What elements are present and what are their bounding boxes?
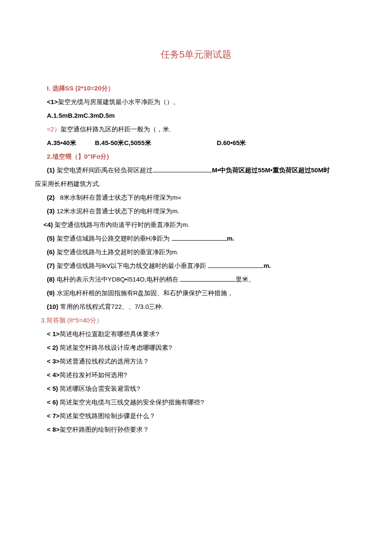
s2-q1-line1: (1) 架空电烫杆间距禹在轻负荷区超过M•中负荷区超过55M•重负荷区超过50M… [47, 165, 357, 175]
q-num: (2) [47, 194, 55, 201]
q-text: 电杆的表示方法中YD8Q•I514O,电杆的梢在 [57, 276, 179, 283]
section-2-header: 2.埴空甥（】0"IFo分) [47, 151, 357, 162]
s3-q6: < 6) 简述架空光电缆与三线交越的安全保护措施有哪些? [47, 397, 357, 407]
q-text: 12米水泥杆在普通士状态下的电杆埋深为m. [57, 207, 179, 215]
q-text: 简述普通拉线程式的选用方法？ [60, 357, 149, 365]
q-text: 架空通信线路与IkV以下电力线交越时的最小垂直净距 [57, 262, 207, 269]
s1-q2: <2）架空通信杆路九区的杆距一般为（，米. [47, 124, 357, 134]
blank-underline [153, 166, 212, 172]
q-text: 架空通信城路与公路交翅时的垂H净距为 [57, 235, 170, 242]
q-num: (5) [47, 235, 55, 242]
q-num: (3) [47, 207, 55, 215]
s3-q1: < 1>简述电杆位置勘定有哪些具体要求? [47, 329, 357, 339]
q-text: 常用的吊线程式育722、、7/3.0三种. [60, 303, 164, 310]
s3-q3: < 3>简述普通拉线程式的选用方法？ [47, 356, 357, 366]
s2-q5: (5) 架空通信城路与公路交翅时的垂H净距为 m. [47, 233, 357, 244]
q-num: < 7> [47, 412, 60, 419]
s2-q1-line2: 应采用长杆档建筑方式. [35, 179, 357, 189]
q-num: (10) [47, 303, 58, 310]
q-text: 8米水制杆在普通士状态下的电杆埋深为m« [60, 194, 181, 201]
q-text: 架空通信线路与土路交超时的垂宜净距为m. [57, 248, 179, 256]
s3-q7: < 7>简述架空线路图绘制步骤是什么？ [47, 411, 357, 421]
q-num: < 2) [47, 344, 58, 351]
s2-q2: (2) 8米水制杆在普通士状态下的电杆埋深为m« [47, 192, 357, 203]
page-title: 任务5单元测试题 [35, 47, 357, 62]
s1-q1: <1>架空光缆与房屋建筑最小水平净距为（）。 [47, 97, 357, 107]
q-text: 架空通信杆路九区的杆距一般为（，米. [61, 125, 171, 133]
q-text: 简述架空杆路吊线设计应考虑哪哪因素? [60, 344, 172, 351]
q-num: < 8> [47, 426, 60, 433]
q-num: < 6) [47, 398, 58, 406]
q-num: < 1> [47, 330, 60, 337]
s1-q2-opts: A.35•40米 B.45-50米C,5055米 D.60•65米 [47, 138, 357, 148]
s2-q10: (10) 常用的吊线程式育722、、7/3.0三种. [47, 302, 357, 312]
q-text: 简述电杆位置勘定有哪些具体要求? [60, 330, 159, 337]
section-3-header: 3.简答胭 (8*5=40分） [41, 315, 357, 325]
q-num: (1) [47, 166, 55, 174]
s2-q3: (3) 12米水泥杆在普通士状态下的电杆埋深为m. [47, 206, 357, 216]
opt-b: B.45-50米C,5055米 [95, 138, 151, 148]
q-text: 架空杆路图的绘制行孙些要求？ [60, 426, 149, 433]
q-num: (7) [47, 262, 55, 269]
q-text: 简述架空光电缆与三线交越的安全保护措施有哪些? [60, 398, 204, 406]
s3-q4: < 4>简述拉发衬环如何选用? [47, 370, 357, 380]
s3-q5: < 5) 简述哪区场合需安装避雷线? [47, 384, 357, 394]
opt-a: A.35•40米 [47, 138, 76, 148]
q-text: 水泥电杆杆根的加固指施有R盘加固、和石护康保护三种措施， [57, 289, 234, 296]
q-num: <4) [43, 221, 53, 228]
q-num: < 5) [47, 385, 58, 392]
q-text: 架空电烫杆间距禹在轻负荷区超过 [57, 166, 153, 174]
s2-q8: (8) 电杆的表示方法中YD8Q•I514O,电杆的梢在 里米。 [47, 274, 357, 285]
q-num: < 3> [47, 357, 60, 365]
q-text2: M•中负荷区超过55M•重负荷区超过50M时 [212, 166, 330, 174]
opt-d: D.60•65米 [217, 138, 246, 148]
blank-underline [172, 234, 227, 241]
s1-q1-opts: A.1.5mB.2mC.3mD.5m [47, 110, 357, 121]
section-1-header: I. 选择SS (2*10=20分） [47, 83, 357, 93]
q-text: 简述拉发衬环如何选用? [60, 371, 127, 378]
s3-q8: < 8>架空杆路图的绘制行孙些要求？ [47, 424, 357, 435]
q-text: 简述架空线路图绘制步骤是什么？ [60, 412, 156, 419]
q-text2: m. [227, 235, 235, 242]
q-num: (9) [47, 289, 55, 296]
s3-q2: < 2) 简述架空杆路吊线设计应考虑哪哪因素? [47, 343, 357, 353]
q-num: <2） [47, 125, 61, 133]
q-text: 架空通信线路与市内街道平行时的垂直净距为m. [55, 221, 190, 228]
q-text2: 里米。 [236, 276, 255, 283]
q-num: (8) [47, 276, 55, 283]
s2-q9: (9) 水泥电杆杆根的加固指施有R盘加固、和石护康保护三种措施， [47, 288, 357, 298]
s2-q7: (7) 架空通信线路与IkV以下电力线交越时的最小垂直净距 m. [47, 261, 357, 271]
q-text: 简述哪区场合需安装避雷线? [60, 385, 140, 392]
q-text2: m. [263, 262, 271, 269]
s2-q4: <4) 架空通信线路与市内街道平行时的垂直净距为m. [43, 220, 357, 230]
q-num: <1> [47, 98, 58, 105]
q-num: (6) [47, 248, 55, 256]
blank-underline [208, 262, 263, 268]
q-num: < 4> [47, 371, 60, 378]
blank-underline [180, 275, 236, 282]
q-text: 架空光缆与房屋建筑最小水平净距为（）。 [58, 98, 179, 105]
s2-q6: (6) 架空通信线路与土路交超时的垂宜净距为m. [47, 247, 357, 257]
